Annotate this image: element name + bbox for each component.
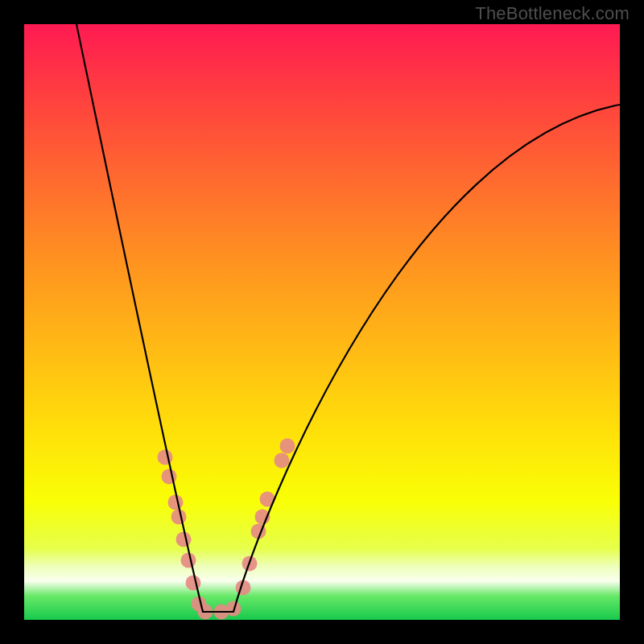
data-dot — [162, 469, 177, 485]
data-dot — [176, 532, 192, 547]
data-dot — [280, 439, 295, 454]
data-dot — [181, 553, 196, 568]
data-dot — [171, 510, 187, 525]
watermark-text: TheBottleneck.com — [475, 3, 630, 24]
dots-group — [158, 439, 295, 620]
data-dot — [168, 495, 184, 510]
data-dot — [226, 601, 242, 617]
data-dot — [158, 450, 173, 465]
bottleneck-curve — [76, 24, 620, 612]
data-dot — [186, 576, 201, 591]
curve-svg — [24, 24, 620, 620]
plot-area — [24, 24, 620, 620]
data-dot — [275, 453, 290, 469]
chart-frame: TheBottleneck.com — [0, 0, 644, 644]
